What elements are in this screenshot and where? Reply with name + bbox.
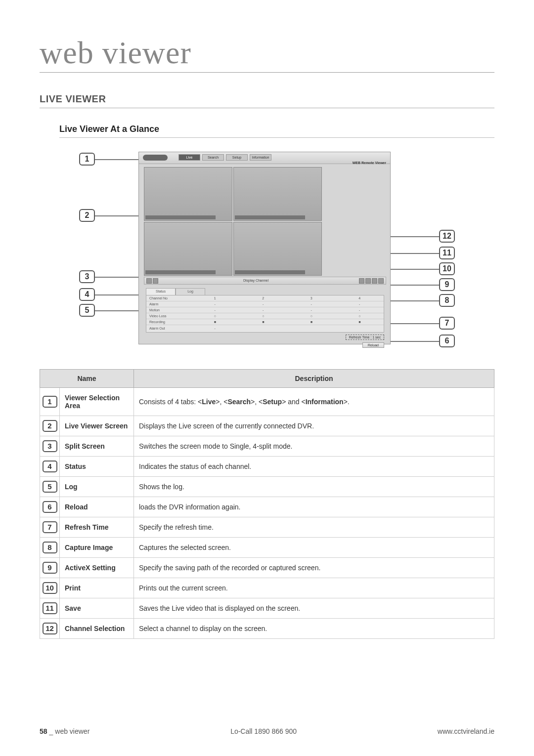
row-cell: ○ (191, 314, 239, 318)
table-row: 12 Channel Selection Select a channel to… (40, 619, 494, 639)
footer-center: Lo-Call 1890 866 900 (230, 727, 297, 735)
desc-bold: Information (306, 398, 344, 406)
row-description: Prints out the current screen. (134, 578, 494, 598)
table-header-description: Description (134, 370, 494, 388)
row-name: Log (60, 477, 134, 497)
desc-text: >, < (251, 398, 263, 406)
activex-icon[interactable] (372, 278, 377, 284)
table-row: 1 Viewer Selection Area Consists of 4 ta… (40, 388, 494, 416)
subsection-heading: Live Viewer At a Glance (59, 124, 494, 138)
callout-8: 8 (439, 294, 455, 307)
toolbar: Display Channel (144, 277, 386, 285)
callout-12: 12 (439, 230, 455, 243)
section-heading: LIVE VIEWER (40, 93, 494, 108)
log-tab[interactable]: Log (176, 288, 205, 295)
row-cell: 1 (191, 296, 239, 300)
camera-tile[interactable] (233, 167, 322, 221)
split-view-icon[interactable] (153, 278, 158, 284)
row-cell: - (191, 327, 239, 330)
callout-line (95, 215, 140, 216)
reload-button[interactable]: Reload (362, 342, 384, 348)
bottom-controls-2: Reload (324, 342, 384, 348)
callout-6: 6 (439, 335, 455, 347)
row-number-badge: 12 (43, 623, 57, 634)
row-cell: ■ (239, 320, 288, 324)
save-icon[interactable] (359, 278, 364, 284)
print-icon[interactable] (365, 278, 371, 284)
row-name: Split Screen (60, 436, 134, 457)
row-number-badge: 9 (43, 562, 57, 574)
camera-tile[interactable] (144, 222, 232, 276)
row-cell: - (287, 308, 336, 312)
display-channel-label: Display Channel (243, 279, 268, 282)
row-label: Recording (146, 320, 191, 324)
web-remote-viewer-label: WEB Remote Viewer (353, 161, 386, 165)
desc-text: >, < (216, 398, 227, 406)
table-row: 9 ActiveX Setting Specify the saving pat… (40, 558, 494, 578)
row-name: Live Viewer Screen (60, 416, 134, 436)
callout-5: 5 (79, 304, 95, 317)
screenshot-box: Live Search Setup Information WEB Remote… (138, 152, 391, 344)
callout-line (95, 310, 140, 311)
row-number-badge: 2 (43, 420, 57, 432)
row-cell: - (336, 308, 384, 312)
row-number-badge: 11 (43, 602, 57, 614)
footer-left: 58_ web viewer (40, 727, 89, 735)
row-label: Channel No (146, 296, 191, 300)
screenshot-tabs: Live Search Setup Information (178, 154, 271, 161)
row-number-badge: 3 (43, 440, 57, 452)
row-description: Switches the screen mode to Single, 4-sp… (134, 436, 494, 457)
row-cell: 4 (336, 296, 384, 300)
status-tab[interactable]: Status (146, 288, 176, 295)
row-number-badge: 4 (43, 461, 57, 472)
tab-information[interactable]: Information (250, 154, 271, 161)
row-cell: ○ (287, 314, 336, 318)
camera-tile[interactable] (233, 222, 322, 276)
callout-line (390, 285, 439, 286)
footer-section-label: web viewer (55, 727, 89, 735)
callout-10: 10 (439, 262, 455, 275)
desc-bold: Setup (263, 398, 282, 406)
footer-right: www.cctvireland.ie (438, 727, 494, 735)
callout-9: 9 (439, 278, 455, 291)
row-name: Reload (60, 497, 134, 517)
callout-2: 2 (79, 209, 95, 222)
page: web viewer LIVE VIEWER Live Viewer At a … (0, 0, 534, 756)
callout-line (95, 277, 140, 278)
row-label: Video Loss (146, 314, 191, 318)
table-row: 11 Save Saves the Live video that is dis… (40, 598, 494, 619)
table-row: 3 Split Screen Switches the screen mode … (40, 436, 494, 457)
row-name: Refresh Time (60, 517, 134, 538)
row-description: Specify the refresh time. (134, 517, 494, 538)
status-log-tabs: Status Log (146, 288, 205, 295)
table-row: 8 Capture Image Captures the selected sc… (40, 538, 494, 558)
table-row: 6 Reload loads the DVR information again… (40, 497, 494, 517)
row-number-badge: 8 (43, 542, 57, 553)
row-description: Consists of 4 tabs: <Live>, <Search>, <S… (134, 388, 494, 416)
row-cell: ■ (336, 320, 384, 324)
tab-setup[interactable]: Setup (226, 154, 248, 161)
single-view-icon[interactable] (146, 278, 152, 284)
row-number-badge: 1 (43, 396, 57, 408)
callout-line (390, 236, 439, 237)
row-number-badge: 7 (43, 521, 57, 533)
camera-tile[interactable] (144, 167, 232, 221)
desc-text: >. (344, 398, 350, 406)
refresh-time-box[interactable]: Refresh Time : 1 sec (346, 335, 384, 340)
tab-search[interactable]: Search (202, 154, 224, 161)
tab-live[interactable]: Live (178, 154, 200, 161)
row-cell: 3 (287, 296, 336, 300)
capture-icon[interactable] (378, 278, 384, 284)
row-name: Status (60, 457, 134, 477)
callout-4: 4 (79, 288, 95, 301)
row-label: Alarm (146, 302, 191, 306)
row-description: Indicates the status of each channel. (134, 457, 494, 477)
bottom-controls: Refresh Time : 1 sec (346, 335, 384, 340)
row-cell: - (191, 308, 239, 312)
table-row: 2 Live Viewer Screen Displays the Live s… (40, 416, 494, 436)
row-name: Viewer Selection Area (60, 388, 134, 416)
callout-line (95, 159, 140, 160)
table-row: 4 Status Indicates the status of each ch… (40, 457, 494, 477)
row-label: Alarm Out (146, 327, 191, 330)
row-description: Specify the saving path of the recorded … (134, 558, 494, 578)
